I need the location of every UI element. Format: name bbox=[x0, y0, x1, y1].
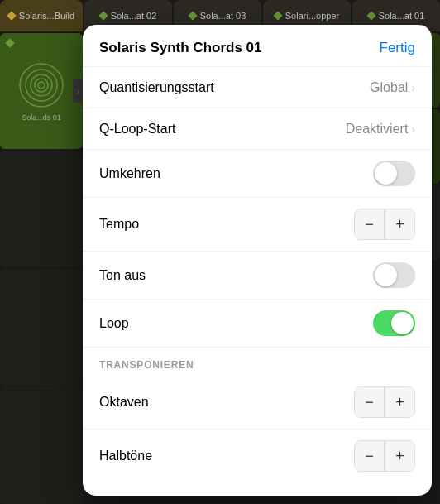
row-tempo: Tempo − + bbox=[83, 198, 432, 252]
svg-point-2 bbox=[31, 74, 52, 96]
chevron-icon-q: › bbox=[411, 81, 415, 94]
oktaven-increase-button[interactable]: + bbox=[385, 387, 414, 417]
diamond-icon-at02 bbox=[98, 11, 108, 20]
row-oktaven-label: Oktaven bbox=[99, 395, 149, 410]
spiral-icon bbox=[17, 60, 66, 110]
modal-title: Solaris Synth Chords 01 bbox=[99, 40, 262, 56]
row-quantisierungsstart-label: Quantisierungsstart bbox=[99, 80, 214, 95]
left-tile-ds01[interactable]: Sola...ds 01 › bbox=[0, 33, 83, 149]
tab-build-label: Solaris...Build bbox=[19, 11, 74, 21]
diamond-icon-build bbox=[7, 11, 16, 20]
row-halbtone: Halbtöne − + bbox=[83, 430, 432, 482]
row-loop: Loop bbox=[83, 300, 432, 348]
modal-done-button[interactable]: Fertig bbox=[380, 40, 415, 56]
tab-at01-label: Sola...at 01 bbox=[379, 11, 425, 21]
tab-build[interactable]: Solaris...Build bbox=[0, 0, 83, 31]
left-tile-column: Sola...ds 01 › bbox=[0, 31, 83, 504]
left-tile-label: Sola...ds 01 bbox=[18, 113, 65, 122]
left-tile-diamond bbox=[5, 38, 14, 47]
section-transpose-header: TRANSPONIEREN bbox=[83, 348, 432, 376]
row-qloopstart[interactable]: Q-Loop-Start Deaktiviert › bbox=[83, 108, 432, 150]
row-umkehren: Umkehren bbox=[83, 150, 432, 198]
tab-at02-label: Sola...at 02 bbox=[111, 11, 157, 21]
row-oktaven: Oktaven − + bbox=[83, 376, 432, 430]
halbtone-increase-button[interactable]: + bbox=[385, 441, 414, 471]
svg-point-4 bbox=[20, 64, 63, 107]
diamond-icon-at03 bbox=[188, 11, 197, 20]
row-tonaus-label: Ton aus bbox=[99, 268, 146, 283]
arrow-handle[interactable]: › bbox=[73, 79, 83, 103]
row-qloopstart-value: Deaktiviert › bbox=[346, 122, 415, 137]
oktaven-decrease-button[interactable]: − bbox=[355, 387, 385, 417]
stepper-tempo: − + bbox=[354, 209, 415, 240]
toggle-tonaus[interactable] bbox=[373, 262, 415, 288]
modal-body: Quantisierungsstart Global › Q-Loop-Star… bbox=[83, 67, 432, 496]
toggle-umkehren[interactable] bbox=[373, 161, 415, 186]
settings-modal: Solaris Synth Chords 01 Fertig Quantisie… bbox=[83, 25, 432, 496]
chevron-icon-ql: › bbox=[411, 122, 415, 136]
stepper-halbtone: − + bbox=[354, 440, 415, 472]
row-halbtone-label: Halbtöne bbox=[99, 449, 152, 463]
diamond-icon-opper bbox=[273, 11, 282, 20]
toggle-loop[interactable] bbox=[373, 310, 415, 336]
svg-point-0 bbox=[38, 82, 45, 89]
qloopstart-value-text: Deaktiviert bbox=[346, 122, 409, 137]
diamond-icon-at01 bbox=[366, 11, 375, 20]
row-tonaus: Ton aus bbox=[83, 252, 432, 300]
row-loop-label: Loop bbox=[99, 316, 129, 331]
halbtone-decrease-button[interactable]: − bbox=[355, 441, 385, 471]
tempo-decrease-button[interactable]: − bbox=[355, 209, 385, 239]
stepper-oktaven: − + bbox=[354, 386, 415, 418]
left-tile-empty2 bbox=[0, 269, 83, 386]
row-qloopstart-label: Q-Loop-Start bbox=[99, 122, 175, 137]
quantisierungsstart-value-text: Global bbox=[370, 80, 408, 95]
left-tile-empty3 bbox=[0, 387, 83, 504]
row-tempo-label: Tempo bbox=[99, 217, 139, 232]
tab-at03-label: Sola...at 03 bbox=[200, 11, 246, 21]
svg-point-1 bbox=[35, 79, 48, 92]
tempo-increase-button[interactable]: + bbox=[385, 209, 414, 239]
row-umkehren-label: Umkehren bbox=[99, 166, 160, 181]
left-tile-empty1 bbox=[0, 151, 83, 267]
modal-header: Solaris Synth Chords 01 Fertig bbox=[83, 25, 432, 67]
row-quantisierungsstart-value: Global › bbox=[370, 80, 415, 95]
tab-opper-label: Solari...opper bbox=[285, 11, 339, 21]
row-quantisierungsstart[interactable]: Quantisierungsstart Global › bbox=[83, 67, 432, 108]
